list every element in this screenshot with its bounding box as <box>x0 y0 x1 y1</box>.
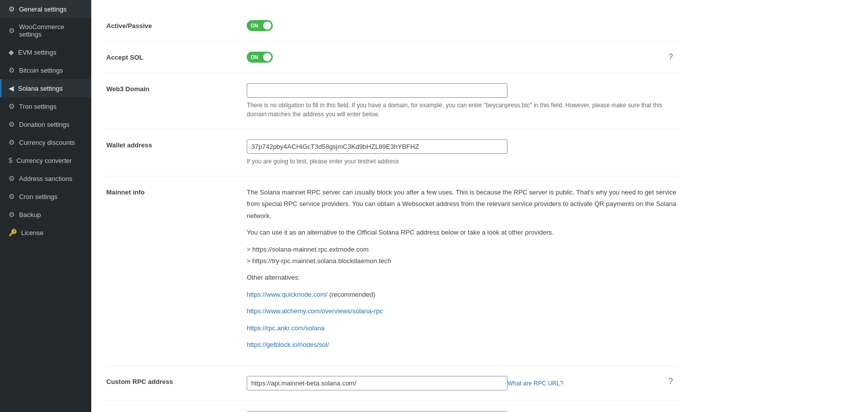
toggle-wrap-active-passive: ON <box>247 20 678 31</box>
woocommerce-settings-icon: ⚙ <box>9 27 15 35</box>
sidebar-item-bitcoin-settings[interactable]: ⚙ Bitcoin settings <box>0 61 91 79</box>
mainnet-link-1[interactable]: https://www.alchemy.com/overviews/solana… <box>247 307 383 315</box>
toggle-label-active-passive: ON <box>251 23 258 29</box>
mainnet-link-p-1: https://www.alchemy.com/overviews/solana… <box>247 305 678 317</box>
sidebar-item-tron-settings[interactable]: ⚙ Tron settings <box>0 97 91 115</box>
bitcoin-settings-icon: ⚙ <box>9 66 15 74</box>
backup-icon: ⚙ <box>9 211 15 219</box>
settings-content: Active/PassiveON?Accept SOLONWeb3 Domain… <box>91 0 693 412</box>
help-icon-custom-rpc[interactable]: ? <box>668 377 673 386</box>
settings-row-web3-domain: Web3 DomainThere is no obligation to fil… <box>106 73 678 129</box>
input-wallet-address[interactable] <box>247 139 507 154</box>
control-accept-sol: ON <box>247 52 678 63</box>
settings-row-custom-websocket: ?Custom Websocket addressWhat are Websoc… <box>106 401 678 412</box>
label-web3-domain: Web3 Domain <box>106 83 247 93</box>
sidebar-label-bitcoin-settings: Bitcoin settings <box>19 67 63 74</box>
sidebar-label-solana-settings: Solana settings <box>18 85 63 92</box>
mainnet-link-3[interactable]: https://getblock.io/nodes/sol/ <box>247 341 329 348</box>
sidebar-item-evm-settings[interactable]: ◆ EVM settings <box>0 43 91 61</box>
toggle-wrap-accept-sol: ON <box>247 52 678 63</box>
sidebar-label-backup: Backup <box>19 211 41 219</box>
sidebar-label-general-settings: General settings <box>19 6 67 13</box>
settings-row-custom-rpc: ?Custom RPC addressWhat are RPC URL? <box>106 366 678 401</box>
solana-settings-icon: ◀ <box>9 84 14 92</box>
settings-row-mainnet-info: Mainnet infoThe Solana mainnet RPC serve… <box>106 176 678 366</box>
mainnet-link-p-2: https://rpc.ankr.com/solana <box>247 322 678 334</box>
control-custom-rpc: What are RPC URL? <box>247 376 678 390</box>
input-web3-domain[interactable] <box>247 83 507 98</box>
mainnet-link-2[interactable]: https://rpc.ankr.com/solana <box>247 324 324 332</box>
control-web3-domain: There is no obligation to fill in this f… <box>247 83 678 119</box>
sidebar-label-evm-settings: EVM settings <box>18 49 57 56</box>
tron-settings-icon: ⚙ <box>9 102 15 110</box>
sidebar: ⚙ General settings⚙ WooCommerce settings… <box>0 0 91 412</box>
sidebar-item-cron-settings[interactable]: ⚙ Cron settings <box>0 187 91 205</box>
sidebar-item-backup[interactable]: ⚙ Backup <box>0 205 91 224</box>
sidebar-label-license: License <box>21 229 44 237</box>
settings-row-wallet-address: Wallet addressIf you are going to test, … <box>106 129 678 176</box>
control-wallet-address: If you are going to test, please enter y… <box>247 139 678 166</box>
sidebar-item-address-sanctions[interactable]: ⚙ Address sanctions <box>0 169 91 187</box>
sidebar-item-license[interactable]: 🔑 License <box>0 224 91 242</box>
toggle-active-passive[interactable]: ON <box>247 20 273 31</box>
general-settings-icon: ⚙ <box>9 5 15 13</box>
sidebar-item-general-settings[interactable]: ⚙ General settings <box>0 0 91 18</box>
mainnet-info-text: The Solana mainnet RPC server can usuall… <box>247 186 678 350</box>
control-active-passive: ON <box>247 20 678 31</box>
label-accept-sol: Accept SOL <box>106 52 247 61</box>
control-mainnet-info: The Solana mainnet RPC server can usuall… <box>247 186 678 355</box>
currency-discounts-icon: ⚙ <box>9 138 15 146</box>
mainnet-link-p-0: https://www.quicknode.com/ (recommended) <box>247 289 678 300</box>
toggle-accept-sol[interactable]: ON <box>247 52 273 63</box>
mainnet-para-0: The Solana mainnet RPC server can usuall… <box>247 186 678 222</box>
sidebar-item-currency-converter[interactable]: $ Currency converter <box>0 151 91 169</box>
sidebar-item-currency-discounts[interactable]: ⚙ Currency discounts <box>0 133 91 151</box>
settings-row-active-passive: Active/PassiveON <box>106 10 678 42</box>
mainnet-link-0[interactable]: https://www.quicknode.com/ <box>247 291 327 298</box>
sidebar-label-cron-settings: Cron settings <box>19 193 58 200</box>
label-wallet-address: Wallet address <box>106 139 247 149</box>
input-custom-rpc[interactable] <box>247 376 507 390</box>
sidebar-label-address-sanctions: Address sanctions <box>19 175 72 182</box>
mainnet-para-2: > https://solana-mainnet.rpc.extrnode.co… <box>247 244 678 267</box>
evm-settings-icon: ◆ <box>9 48 14 56</box>
toggle-knob-accept-sol <box>263 53 271 61</box>
help-icon-accept-sol[interactable]: ? <box>668 53 673 62</box>
main-content: Active/PassiveON?Accept SOLONWeb3 Domain… <box>91 0 868 412</box>
description-wallet-address: If you are going to test, please enter y… <box>247 157 678 166</box>
label-mainnet-info: Mainnet info <box>106 186 247 196</box>
sidebar-label-donation-settings: Donation settings <box>19 121 69 128</box>
mainnet-para-3: Other alternatives: <box>247 272 678 283</box>
toggle-knob-active-passive <box>263 22 271 30</box>
sidebar-item-woocommerce-settings[interactable]: ⚙ WooCommerce settings <box>0 18 91 43</box>
sidebar-label-tron-settings: Tron settings <box>19 103 57 110</box>
mainnet-para-1: You can use it as an alternative to the … <box>247 227 678 238</box>
donation-settings-icon: ⚙ <box>9 120 15 128</box>
description-web3-domain: There is no obligation to fill in this f… <box>247 101 678 119</box>
toggle-label-accept-sol: ON <box>251 55 258 60</box>
settings-row-accept-sol: ?Accept SOLON <box>106 42 678 73</box>
address-sanctions-icon: ⚙ <box>9 174 15 182</box>
cron-settings-icon: ⚙ <box>9 192 15 200</box>
label-active-passive: Active/Passive <box>106 20 247 30</box>
sidebar-label-currency-discounts: Currency discounts <box>19 139 75 146</box>
sidebar-label-currency-converter: Currency converter <box>17 157 72 164</box>
sidebar-label-woocommerce-settings: WooCommerce settings <box>19 23 84 38</box>
currency-converter-icon: $ <box>9 156 13 164</box>
sidebar-item-donation-settings[interactable]: ⚙ Donation settings <box>0 115 91 133</box>
label-custom-rpc: Custom RPC address <box>106 376 247 385</box>
sidebar-item-solana-settings[interactable]: ◀ Solana settings <box>0 79 91 97</box>
what-link-custom-rpc[interactable]: What are RPC URL? <box>507 380 563 387</box>
mainnet-link-p-3: https://getblock.io/nodes/sol/ <box>247 339 678 350</box>
license-icon: 🔑 <box>9 229 17 237</box>
